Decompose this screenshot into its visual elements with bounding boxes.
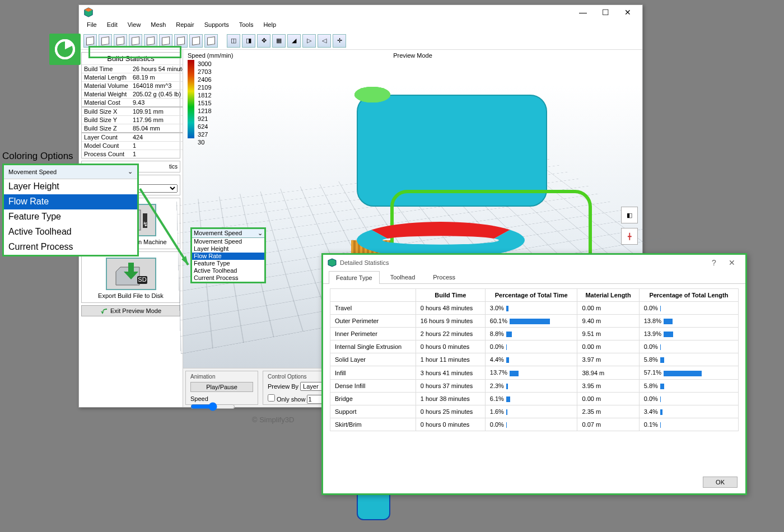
svg-text:SD: SD	[138, 276, 146, 283]
menu-mesh[interactable]: Mesh	[146, 20, 170, 32]
chevron-down-icon: ⌄	[258, 230, 263, 237]
color-option-feature-type[interactable]: Feature Type	[4, 209, 137, 225]
table-row: Support0 hours 25 minutes1.6%2.35 m3.4%	[330, 405, 739, 418]
view-preset-3[interactable]	[129, 34, 142, 48]
table-row: Bridge1 hour 38 minutes6.1%0.00 m0.0%	[330, 392, 739, 405]
toolbar: ◫◨✥▦◢▷◁✛	[79, 32, 642, 50]
tool-0[interactable]: ◫	[227, 34, 240, 48]
copyright: © Simplify3D	[252, 416, 294, 424]
time-callout-icon	[49, 34, 81, 65]
tool-1[interactable]: ◨	[242, 34, 255, 48]
color-option-flow-rate[interactable]: Flow Rate	[4, 194, 137, 209]
coloring-select-expanded[interactable]: Movement Speed⌄ Movement SpeedLayer Heig…	[190, 227, 266, 283]
view-preset-6[interactable]	[174, 34, 188, 48]
detailed-statistics-dialog: Detailed Statistics ? ✕ Feature Type Too…	[321, 253, 747, 495]
tool-4[interactable]: ◢	[287, 34, 301, 48]
menu-help[interactable]: Help	[259, 20, 281, 32]
legend-gradient	[188, 60, 194, 138]
exit-preview-button[interactable]: Exit Preview Mode	[81, 305, 180, 316]
ok-button[interactable]: OK	[703, 477, 738, 488]
view-preset-7[interactable]	[189, 34, 203, 48]
statistics-table: Build TimePercentage of Total TimeMateri…	[330, 288, 739, 431]
table-row: Infill3 hours 41 minutes13.7%38.94 m57.1…	[330, 366, 739, 379]
stats-title: Build Statistics	[82, 53, 180, 64]
only-show-checkbox[interactable]	[268, 394, 275, 402]
titlebar: — ☐ ✕	[79, 5, 642, 20]
animation-group: Animation Play/Pause Speed	[185, 371, 258, 405]
menubar: FileEditViewMeshRepairSupportsToolsHelp	[79, 20, 642, 32]
close-button[interactable]: ✕	[617, 6, 639, 18]
coloring-header: Coloring Options	[2, 151, 73, 162]
view-preset-0[interactable]	[83, 34, 97, 48]
tab-process[interactable]: Process	[426, 270, 463, 283]
view-cube-icon[interactable]: ◧	[621, 207, 638, 223]
tool-2[interactable]: ✥	[257, 34, 270, 48]
dialog-help-button[interactable]: ?	[705, 258, 723, 267]
play-pause-button[interactable]: Play/Pause	[190, 382, 253, 392]
svg-marker-12	[328, 259, 336, 267]
chevron-down-icon: ⌄	[128, 168, 133, 175]
tool-6[interactable]: ◁	[318, 34, 331, 48]
view-preset-1[interactable]	[99, 34, 112, 48]
tool-7[interactable]: ✛	[333, 34, 346, 48]
menu-repair[interactable]: Repair	[171, 20, 198, 32]
preview-mode-label: Preview Mode	[393, 52, 432, 59]
table-row: Travel0 hours 48 minutes3.0%0.00 m0.0%	[330, 302, 739, 315]
table-row: Internal Single Extrusion0 hours 0 minut…	[330, 340, 739, 353]
table-row: Inner Perimeter2 hours 22 minutes8.8%9.5…	[330, 328, 739, 340]
coloring-dropdown[interactable]: Movement Speed⌄ Layer HeightFlow RateFea…	[2, 164, 139, 256]
minimize-button[interactable]: —	[572, 6, 594, 18]
view-axes-icon[interactable]: ╋	[621, 228, 638, 245]
color-option-current-process[interactable]: Current Process	[4, 240, 137, 255]
table-row: Outer Perimeter16 hours 9 minutes60.1%9.…	[330, 315, 739, 328]
dialog-titlebar: Detailed Statistics ? ✕	[323, 255, 745, 270]
view-preset-5[interactable]	[159, 34, 172, 48]
svg-marker-6	[116, 267, 139, 285]
callout-arrow-icon	[139, 188, 194, 272]
view-preset-4[interactable]	[144, 34, 157, 48]
tab-feature-type[interactable]: Feature Type	[329, 271, 380, 284]
tab-toolhead[interactable]: Toolhead	[383, 270, 423, 283]
table-row: Skirt/Brim0 hours 0 minutes0.0%0.07 m0.1…	[330, 418, 739, 431]
color-option-active-toolhead[interactable]: Active Toolhead	[4, 225, 137, 240]
color-option-layer-height[interactable]: Layer Height	[4, 179, 137, 194]
menu-view[interactable]: View	[123, 20, 146, 32]
legend-title: Speed (mm/min)	[188, 52, 233, 59]
menu-file[interactable]: File	[82, 20, 101, 32]
build-statistics-panel: Build Statistics Build Time26 hours 54 m…	[81, 52, 180, 158]
view-gizmos: ◧ ╋	[621, 207, 638, 249]
menu-supports[interactable]: Supports	[200, 20, 234, 32]
dialog-close-button[interactable]: ✕	[723, 258, 741, 267]
table-row: Dense Infill0 hours 37 minutes2.3%3.95 m…	[330, 379, 739, 392]
view-preset-8[interactable]	[204, 34, 218, 48]
menu-edit[interactable]: Edit	[102, 20, 122, 32]
speed-slider[interactable]	[190, 402, 235, 411]
table-row: Solid Layer1 hour 11 minutes4.4%3.97 m5.…	[330, 353, 739, 366]
dialog-title: Detailed Statistics	[340, 259, 389, 266]
dialog-logo-icon	[328, 258, 337, 267]
tool-5[interactable]: ▷	[302, 34, 316, 48]
view-preset-2[interactable]	[114, 34, 127, 48]
dialog-tabs: Feature Type Toolhead Process	[323, 270, 745, 284]
menu-tools[interactable]: Tools	[235, 20, 258, 32]
speed-legend: Speed (mm/min) 3000270324062109181215151…	[188, 52, 233, 146]
app-logo-icon	[83, 7, 94, 17]
maximize-button[interactable]: ☐	[594, 6, 617, 18]
tool-3[interactable]: ▦	[272, 34, 286, 48]
stats-table: Build Time26 hours 54 minutesMaterial Le…	[82, 64, 183, 158]
back-arrow-icon	[100, 307, 108, 314]
